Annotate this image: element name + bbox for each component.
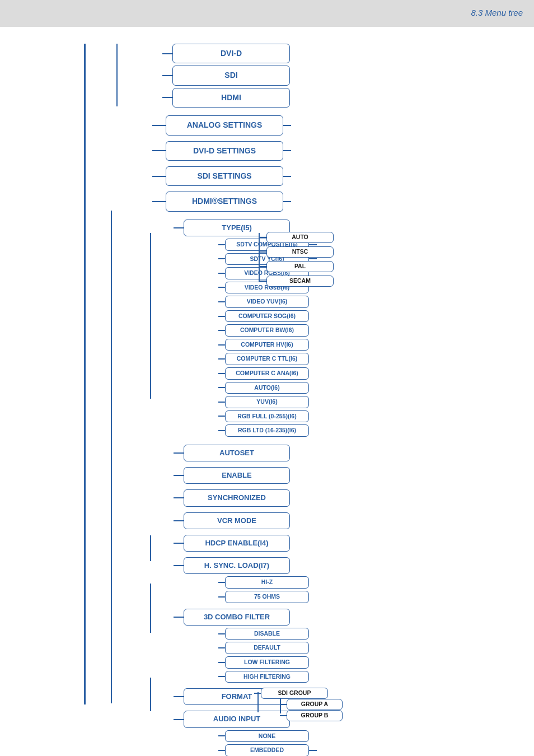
node-std-pal: PAL [259, 261, 334, 272]
label: RGB LTD (16-235)(I6) [225, 424, 309, 437]
label: LOW FILTERING [225, 656, 309, 669]
menu-tree-diagram: DVI-D SDI HDMI ANALOG SETTINGS DVI-D SET… [0, 44, 534, 756]
node-type-auto: AUTO(I6) [218, 382, 534, 394]
header-bar: 8.3 Menu tree [0, 0, 534, 27]
node-computer-c-ana: COMPUTER C ANA(I6) [218, 367, 534, 380]
label: COMPUTER HV(I6) [225, 339, 309, 351]
node-std-auto: AUTO [259, 232, 334, 243]
node-type: TYPE(I5) [174, 220, 534, 236]
node-audio-none: NONE [218, 730, 534, 743]
node-hi-z: HI-Z [218, 576, 534, 589]
node-group-a: GROUP A [280, 699, 343, 710]
label: SYNCHRONIZED [184, 489, 290, 506]
label: YUV(I6) [225, 396, 309, 408]
label: PAL [266, 261, 334, 272]
node-audio-embedded: EMBEDDED [218, 744, 534, 756]
node-computer-hv: COMPUTER HV(I6) [218, 339, 534, 351]
node-hdcp-enable: HDCP ENABLE(I4) [174, 535, 534, 552]
label: GROUP B [287, 710, 343, 721]
label: DVI-D [172, 44, 290, 63]
label: HIGH FILTERING [225, 671, 309, 683]
label: COMPUTER SOG(I6) [225, 310, 309, 323]
label: RGB FULL (0-255)(I6) [225, 410, 309, 423]
node-combo-low: LOW FILTERING [218, 656, 534, 669]
label: COMPUTER BW(I6) [225, 324, 309, 337]
rail-hsync [150, 535, 151, 561]
rail-audio [150, 678, 151, 711]
label: ENABLE [184, 467, 290, 484]
label: VIDEO YUV(I6) [225, 296, 309, 308]
node-enable: ENABLE [174, 467, 534, 484]
label: SDI [172, 66, 290, 85]
label: H. SYNC. LOAD(I7) [184, 557, 290, 574]
node-sdi-settings: SDI SETTINGS [152, 166, 534, 186]
node-combo-high: HIGH FILTERING [218, 671, 534, 683]
label: HDMI®SETTINGS [166, 192, 283, 211]
label: DVI-D SETTINGS [166, 141, 283, 161]
label: AUDIO INPUT [184, 711, 290, 727]
node-sdi: SDI [162, 66, 534, 85]
rail-combo [150, 584, 151, 633]
node-computer-bw: COMPUTER BW(I6) [218, 324, 534, 337]
rail-inputs [116, 44, 118, 106]
node-dvi-d-settings: DVI-D SETTINGS [152, 141, 534, 161]
label: AUTO(I6) [225, 382, 309, 394]
label: SECAM [266, 276, 334, 287]
node-combo-disable: DISABLE [218, 628, 534, 640]
node-hdmi-settings: HDMI®SETTINGS [152, 192, 534, 211]
node-video-yuv: VIDEO YUV(I6) [218, 296, 534, 308]
label: AUTO [266, 232, 334, 243]
node-combo-default: DEFAULT [218, 642, 534, 654]
label: VCR MODE [184, 512, 290, 529]
node-hdmi: HDMI [162, 88, 534, 108]
node-vcr-mode: VCR MODE [174, 512, 534, 529]
label: COMPUTER C TTL(I6) [225, 353, 309, 365]
node-group-b: GROUP B [280, 710, 343, 721]
node-dvi-d: DVI-D [162, 44, 534, 63]
node-std-ntsc: NTSC [259, 246, 334, 258]
label: HDMI [172, 88, 290, 108]
label: EMBEDDED [225, 744, 309, 756]
label: 75 OHMS [225, 591, 309, 603]
label: DEFAULT [225, 642, 309, 654]
label: HI-Z [225, 576, 309, 589]
label: COMPUTER C ANA(I6) [225, 367, 309, 380]
label: SDI GROUP [261, 688, 328, 699]
node-sdi-group: SDI GROUP [254, 688, 328, 699]
node-std-secam: SECAM [259, 276, 334, 287]
rail-settings-children [111, 211, 112, 703]
label: DISABLE [225, 628, 309, 640]
rail-sdi-group [257, 692, 259, 712]
label: SDI SETTINGS [166, 166, 283, 186]
node-h-sync-load: H. SYNC. LOAD(I7) [174, 557, 534, 574]
breadcrumb: 8.3 Menu tree [471, 8, 523, 17]
node-analog-settings: ANALOG SETTINGS [152, 115, 534, 135]
label: 3D COMBO FILTER [184, 609, 290, 626]
node-computer-c-ttl: COMPUTER C TTL(I6) [218, 353, 534, 365]
node-synchronized: SYNCHRONIZED [174, 489, 534, 506]
node-autoset: AUTOSET [174, 445, 534, 461]
label: GROUP A [287, 699, 343, 710]
label: NONE [225, 730, 309, 743]
node-type-yuv: YUV(I6) [218, 396, 534, 408]
label: HDCP ENABLE(I4) [184, 535, 290, 552]
tree-root-rail [84, 44, 86, 704]
node-computer-sog: COMPUTER SOG(I6) [218, 310, 534, 323]
node-audio-input: AUDIO INPUT [174, 711, 534, 727]
node-75-ohms: 75 OHMS [218, 591, 534, 603]
rail-type-children [150, 233, 151, 399]
node-rgb-full: RGB FULL (0-255)(I6) [218, 410, 534, 423]
label: NTSC [266, 246, 334, 258]
node-3d-combo-filter: 3D COMBO FILTER [174, 609, 534, 626]
node-format: FORMAT [174, 688, 534, 705]
node-rgb-ltd: RGB LTD (16-235)(I6) [218, 424, 534, 437]
label: AUTOSET [184, 445, 290, 461]
label: ANALOG SETTINGS [166, 115, 283, 135]
